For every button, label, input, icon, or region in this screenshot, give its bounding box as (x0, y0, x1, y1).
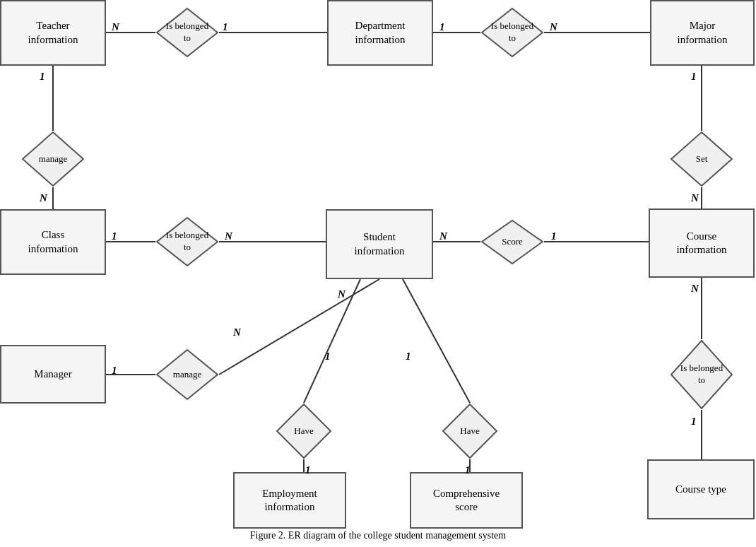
rel-set-label: Set (696, 153, 708, 165)
mult-belonged-student: N (225, 230, 232, 242)
entity-manager: Manager (0, 345, 106, 404)
entity-comprehensive: Comprehensivescore (410, 472, 523, 529)
mult-student-score: N (439, 230, 447, 242)
entity-class: Classinformation (0, 209, 106, 275)
figure-caption: Figure 2. ER diagram of the college stud… (0, 530, 756, 541)
entity-major: Majorinformation (650, 0, 755, 66)
entity-teacher: Teacherinformation (0, 0, 106, 66)
mult-manage-class: N (40, 192, 47, 204)
entity-department: Departmentinformation (327, 0, 433, 66)
mult-teacher-manage: 1 (40, 71, 45, 83)
entity-course-type: Course type (647, 459, 755, 519)
rel-manage-manager: manage (155, 348, 219, 401)
mult-have-comp-1: 1 (465, 464, 471, 476)
mult-have-empl-1: 1 (305, 464, 311, 476)
mult-dept-belonged2: 1 (439, 21, 445, 33)
mult-manage-student: N (233, 327, 241, 339)
er-diagram: Teacherinformation Departmentinformation… (0, 0, 756, 523)
mult-manager-manage: 1 (112, 365, 117, 377)
mult-major-set: 1 (691, 71, 697, 83)
rel-belonged2-label: Is belongedto (491, 20, 533, 45)
rel-set: Set (670, 131, 733, 187)
entity-course: Courseinformation (649, 208, 755, 278)
rel-manage-teacher-label: manage (39, 153, 67, 165)
mult-score-course: 1 (551, 230, 557, 242)
mult-teacher-n: N (112, 21, 119, 33)
mult-student-have-empl-n: N (338, 288, 345, 300)
svg-line-14 (304, 279, 360, 403)
rel-have-comprehensive-label: Have (460, 425, 479, 437)
rel-score-label: Score (502, 236, 523, 248)
rel-belonged-class: Is belongedto (155, 216, 219, 267)
rel-belonged-course: Is belongedto (670, 339, 733, 410)
svg-line-13 (219, 279, 379, 375)
rel-belonged2: Is belongedto (480, 7, 544, 58)
rel-manage-manager-label: manage (173, 369, 201, 381)
rel-score: Score (480, 219, 544, 265)
rel-belonged1: Is belongedto (155, 7, 219, 58)
rel-manage-teacher: manage (21, 131, 85, 187)
mult-belonged1-dept: 1 (223, 21, 228, 33)
svg-line-16 (403, 279, 470, 403)
rel-belonged-course-label: Is belongedto (680, 363, 723, 387)
mult-belonged-course-1: 1 (691, 416, 697, 428)
mult-course-belonged-n: N (691, 283, 699, 295)
rel-have-employment-label: Have (294, 425, 313, 437)
entity-employment: Employmentinformation (233, 472, 346, 529)
mult-set-course: N (691, 192, 699, 204)
mult-student-have-empl-1: 1 (325, 351, 331, 363)
entity-student: Studentinformation (326, 209, 433, 279)
mult-class-belonged: 1 (112, 230, 117, 242)
rel-belonged-class-label: Is belongedto (166, 230, 208, 254)
mult-belonged2-major: N (550, 21, 557, 33)
rel-have-employment: Have (276, 403, 332, 459)
mult-student-have-comp-1: 1 (406, 351, 411, 363)
rel-have-comprehensive: Have (442, 403, 498, 459)
rel-belonged1-label: Is belongedto (166, 20, 208, 45)
